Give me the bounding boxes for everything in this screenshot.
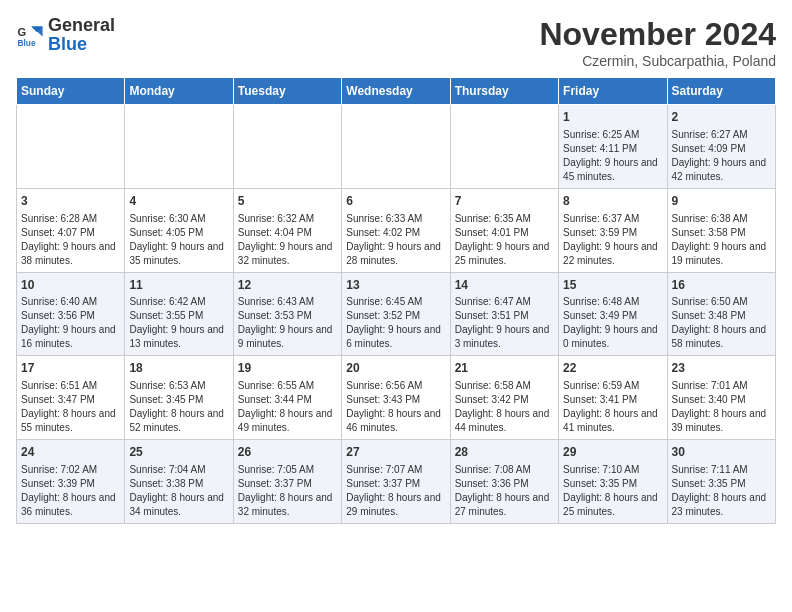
day-info: Sunrise: 7:02 AM [21,463,120,477]
day-number: 26 [238,444,337,461]
day-info: Daylight: 9 hours and 13 minutes. [129,323,228,351]
day-info: Daylight: 8 hours and 46 minutes. [346,407,445,435]
day-info: Daylight: 8 hours and 34 minutes. [129,491,228,519]
day-info: Sunset: 3:45 PM [129,393,228,407]
day-info: Sunset: 4:04 PM [238,226,337,240]
calendar-cell: 25Sunrise: 7:04 AMSunset: 3:38 PMDayligh… [125,440,233,524]
day-info: Sunset: 3:35 PM [672,477,771,491]
calendar-cell: 9Sunrise: 6:38 AMSunset: 3:58 PMDaylight… [667,188,775,272]
svg-text:G: G [17,26,26,38]
logo-icon: G Blue [16,21,44,49]
calendar-cell [342,105,450,189]
day-info: Sunset: 3:53 PM [238,309,337,323]
calendar-subtitle: Czermin, Subcarpathia, Poland [539,53,776,69]
calendar-cell: 10Sunrise: 6:40 AMSunset: 3:56 PMDayligh… [17,272,125,356]
day-info: Sunset: 3:51 PM [455,309,554,323]
calendar-week-4: 24Sunrise: 7:02 AMSunset: 3:39 PMDayligh… [17,440,776,524]
header-wednesday: Wednesday [342,78,450,105]
day-info: Daylight: 9 hours and 3 minutes. [455,323,554,351]
day-number: 15 [563,277,662,294]
day-number: 30 [672,444,771,461]
day-info: Sunrise: 6:38 AM [672,212,771,226]
day-number: 4 [129,193,228,210]
day-info: Sunset: 3:37 PM [238,477,337,491]
calendar-table: Sunday Monday Tuesday Wednesday Thursday… [16,77,776,524]
day-number: 8 [563,193,662,210]
day-info: Sunrise: 6:43 AM [238,295,337,309]
day-info: Sunrise: 6:37 AM [563,212,662,226]
day-info: Sunrise: 7:11 AM [672,463,771,477]
day-info: Sunrise: 7:10 AM [563,463,662,477]
day-info: Daylight: 9 hours and 35 minutes. [129,240,228,268]
calendar-cell [17,105,125,189]
day-number: 3 [21,193,120,210]
day-number: 17 [21,360,120,377]
day-info: Sunset: 4:05 PM [129,226,228,240]
day-info: Sunset: 3:49 PM [563,309,662,323]
day-info: Sunset: 3:37 PM [346,477,445,491]
day-info: Daylight: 9 hours and 38 minutes. [21,240,120,268]
day-info: Sunrise: 6:47 AM [455,295,554,309]
day-info: Sunrise: 6:27 AM [672,128,771,142]
calendar-cell: 1Sunrise: 6:25 AMSunset: 4:11 PMDaylight… [559,105,667,189]
day-info: Daylight: 9 hours and 32 minutes. [238,240,337,268]
day-info: Daylight: 8 hours and 29 minutes. [346,491,445,519]
day-info: Sunrise: 7:01 AM [672,379,771,393]
day-info: Sunrise: 7:07 AM [346,463,445,477]
calendar-cell: 19Sunrise: 6:55 AMSunset: 3:44 PMDayligh… [233,356,341,440]
day-info: Sunrise: 6:33 AM [346,212,445,226]
header-saturday: Saturday [667,78,775,105]
calendar-cell: 30Sunrise: 7:11 AMSunset: 3:35 PMDayligh… [667,440,775,524]
day-info: Daylight: 8 hours and 32 minutes. [238,491,337,519]
day-info: Sunset: 3:38 PM [129,477,228,491]
calendar-cell: 3Sunrise: 6:28 AMSunset: 4:07 PMDaylight… [17,188,125,272]
calendar-cell: 11Sunrise: 6:42 AMSunset: 3:55 PMDayligh… [125,272,233,356]
header: G Blue General Blue November 2024 Czermi… [16,16,776,69]
calendar-week-0: 1Sunrise: 6:25 AMSunset: 4:11 PMDaylight… [17,105,776,189]
day-info: Sunrise: 6:30 AM [129,212,228,226]
calendar-cell: 26Sunrise: 7:05 AMSunset: 3:37 PMDayligh… [233,440,341,524]
day-info: Daylight: 9 hours and 45 minutes. [563,156,662,184]
day-info: Daylight: 9 hours and 28 minutes. [346,240,445,268]
header-thursday: Thursday [450,78,558,105]
day-info: Sunset: 3:58 PM [672,226,771,240]
calendar-cell: 20Sunrise: 6:56 AMSunset: 3:43 PMDayligh… [342,356,450,440]
day-info: Daylight: 9 hours and 16 minutes. [21,323,120,351]
day-number: 19 [238,360,337,377]
calendar-title: November 2024 [539,16,776,53]
day-number: 6 [346,193,445,210]
day-info: Daylight: 8 hours and 23 minutes. [672,491,771,519]
day-info: Daylight: 8 hours and 44 minutes. [455,407,554,435]
day-info: Sunrise: 6:40 AM [21,295,120,309]
day-info: Sunset: 4:07 PM [21,226,120,240]
day-number: 16 [672,277,771,294]
calendar-cell: 29Sunrise: 7:10 AMSunset: 3:35 PMDayligh… [559,440,667,524]
day-info: Sunset: 3:35 PM [563,477,662,491]
calendar-cell: 13Sunrise: 6:45 AMSunset: 3:52 PMDayligh… [342,272,450,356]
calendar-cell: 8Sunrise: 6:37 AMSunset: 3:59 PMDaylight… [559,188,667,272]
day-number: 25 [129,444,228,461]
day-number: 11 [129,277,228,294]
day-info: Sunset: 3:44 PM [238,393,337,407]
day-info: Sunrise: 6:59 AM [563,379,662,393]
day-info: Sunset: 3:56 PM [21,309,120,323]
day-info: Sunset: 3:59 PM [563,226,662,240]
day-number: 24 [21,444,120,461]
day-info: Sunset: 3:43 PM [346,393,445,407]
day-number: 14 [455,277,554,294]
day-info: Daylight: 8 hours and 52 minutes. [129,407,228,435]
day-info: Daylight: 9 hours and 0 minutes. [563,323,662,351]
calendar-cell: 16Sunrise: 6:50 AMSunset: 3:48 PMDayligh… [667,272,775,356]
calendar-cell [125,105,233,189]
day-number: 28 [455,444,554,461]
day-number: 27 [346,444,445,461]
logo-blue: Blue [48,34,87,54]
day-info: Sunrise: 7:05 AM [238,463,337,477]
calendar-cell: 4Sunrise: 6:30 AMSunset: 4:05 PMDaylight… [125,188,233,272]
calendar-cell: 28Sunrise: 7:08 AMSunset: 3:36 PMDayligh… [450,440,558,524]
day-info: Sunset: 3:42 PM [455,393,554,407]
header-monday: Monday [125,78,233,105]
day-number: 1 [563,109,662,126]
day-info: Sunrise: 6:51 AM [21,379,120,393]
calendar-cell: 18Sunrise: 6:53 AMSunset: 3:45 PMDayligh… [125,356,233,440]
